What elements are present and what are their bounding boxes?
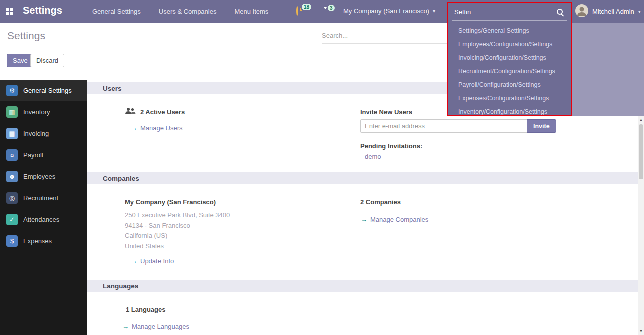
inventory-icon: ▦ [6, 106, 18, 118]
attendance-icon: ✓ [6, 214, 18, 225]
address-line: 94134 - San Francisco [125, 221, 230, 231]
manage-languages-link[interactable]: → Manage Languages [122, 323, 189, 330]
expenses-icon: $ [6, 235, 18, 247]
sidebar-item-invoicing[interactable]: ▤ Invoicing [0, 123, 87, 144]
scroll-up-icon[interactable]: ▲ [638, 117, 644, 123]
invoice-icon: ▤ [6, 128, 18, 139]
sidebar-item-label: Expenses [23, 237, 52, 245]
sidebar-item-general-settings[interactable]: ⚙ General Settings [0, 80, 87, 101]
menu-search-dropdown: Settings/General Settings Employees/Conf… [447, 2, 572, 116]
clock-icon [296, 6, 298, 16]
users-section-title: Users [103, 85, 122, 92]
pending-user-demo[interactable]: demo [365, 153, 381, 160]
manage-users-link[interactable]: → Manage Users [131, 124, 183, 132]
manage-users-label: Manage Users [140, 124, 183, 132]
sidebar-item-label: Invoicing [23, 130, 49, 137]
open-dropdown-region [572, 23, 644, 116]
save-button[interactable]: Save [7, 54, 34, 67]
odoo-settings-window: Users 2 Active Users → Manage Users Invi… [0, 0, 644, 335]
gear-icon: ⚙ [6, 85, 18, 96]
sidebar-item-label: Payroll [23, 151, 43, 159]
user-name-label: Mitchell Admin [592, 8, 634, 15]
user-avatar [575, 4, 588, 19]
companies-section-title: Companies [103, 175, 139, 182]
scrollbar-thumb[interactable] [639, 124, 643, 179]
companies-section-header: Companies [87, 172, 638, 184]
discard-button[interactable]: Discard [30, 54, 64, 67]
activity-count-badge: 18 [302, 4, 311, 10]
manage-languages-label: Manage Languages [132, 323, 189, 330]
update-info-label: Update Info [140, 257, 174, 265]
sidebar-item-payroll[interactable]: ¤ Payroll [0, 144, 87, 166]
menu-search-input-row [452, 3, 567, 21]
invite-form: Invite [360, 119, 556, 133]
page-title: Settings [7, 30, 45, 42]
manage-companies-link[interactable]: → Manage Companies [361, 216, 428, 223]
companies-count: 2 Companies [360, 198, 401, 206]
search-result-item[interactable]: Inventory/Configuration/Settings [448, 105, 571, 119]
recruitment-icon: ◎ [6, 192, 18, 204]
user-menu[interactable]: Mitchell Admin ▾ [575, 4, 641, 19]
search-result-item[interactable]: Employees/Configuration/Settings [448, 38, 571, 51]
address-line: United States [125, 241, 230, 252]
sidebar-item-label: Attendances [23, 216, 59, 223]
update-info-link[interactable]: → Update Info [131, 257, 174, 265]
languages-count: 1 Languages [126, 306, 165, 313]
sidebar-item-label: Recruitment [23, 194, 58, 202]
sidebar-item-employees[interactable]: ☻ Employees [0, 166, 87, 187]
invite-button[interactable]: Invite [527, 119, 556, 133]
scroll-down-icon[interactable]: ▼ [638, 328, 644, 334]
search-result-item[interactable]: Recruitment/Configuration/Settings [448, 65, 571, 78]
settings-sidebar: ⚙ General Settings ▦ Inventory ▤ Invoici… [0, 80, 87, 335]
languages-section-header: Languages [87, 280, 638, 292]
active-users-summary: 2 Active Users [125, 107, 185, 116]
employees-icon: ☻ [6, 171, 18, 182]
sidebar-item-expenses[interactable]: $ Expenses [0, 230, 87, 252]
arrow-right-icon: → [122, 323, 129, 330]
vertical-scrollbar[interactable]: ▲ ▼ [638, 116, 644, 335]
chevron-down-icon: ▾ [638, 9, 641, 14]
invite-new-users-label: Invite New Users [360, 108, 412, 116]
search-result-item[interactable]: Invoicing/Configuration/Settings [448, 51, 571, 65]
active-users-count: 2 Active Users [140, 108, 185, 116]
app-title: Settings [23, 5, 62, 16]
search-icon [557, 9, 563, 15]
app-menu: General Settings Users & Companies Menu … [92, 0, 268, 23]
arrow-right-icon: → [131, 124, 137, 132]
users-group-icon [125, 107, 136, 116]
apps-menu-icon[interactable] [6, 8, 13, 15]
address-line: California (US) [125, 231, 230, 241]
arrow-right-icon: → [361, 216, 367, 223]
sidebar-item-label: Employees [23, 173, 55, 180]
search-result-item[interactable]: Expenses/Configuration/Settings [448, 92, 571, 105]
company-address: 250 Executive Park Blvd, Suite 3400 9413… [125, 210, 230, 251]
menu-general-settings[interactable]: General Settings [92, 8, 141, 15]
arrow-right-icon: → [131, 257, 137, 265]
manage-companies-label: Manage Companies [370, 216, 428, 223]
sidebar-item-label: Inventory [23, 108, 50, 116]
company-switcher[interactable]: My Company (San Francisco) ▾ [343, 7, 435, 15]
sidebar-item-attendances[interactable]: ✓ Attendances [0, 209, 87, 230]
address-line: 250 Executive Park Blvd, Suite 3400 [125, 210, 230, 221]
search-result-item[interactable]: Payroll/Configuration/Settings [448, 78, 571, 92]
sidebar-item-recruitment[interactable]: ◎ Recruitment [0, 187, 87, 209]
company-name-label: My Company (San Francisco) [343, 7, 429, 15]
menu-search-input[interactable] [452, 8, 557, 16]
languages-section-title: Languages [103, 282, 138, 290]
menu-users-companies[interactable]: Users & Companies [159, 8, 217, 15]
pending-invitations-label: Pending Invitations: [360, 142, 422, 150]
message-count-badge: 3 [328, 5, 335, 11]
company-name: My Company (San Francisco) [125, 198, 216, 206]
invite-email-input[interactable] [360, 119, 527, 133]
sidebar-item-inventory[interactable]: ▦ Inventory [0, 101, 87, 123]
menu-menu-items[interactable]: Menu Items [234, 8, 268, 15]
sidebar-item-label: General Settings [23, 87, 72, 94]
chevron-down-icon: ▾ [433, 8, 435, 14]
search-result-item[interactable]: Settings/General Settings [448, 24, 571, 38]
payroll-icon: ¤ [6, 149, 18, 161]
menu-search-results: Settings/General Settings Employees/Conf… [448, 21, 571, 119]
activity-systray-button[interactable]: 18 [296, 7, 298, 15]
